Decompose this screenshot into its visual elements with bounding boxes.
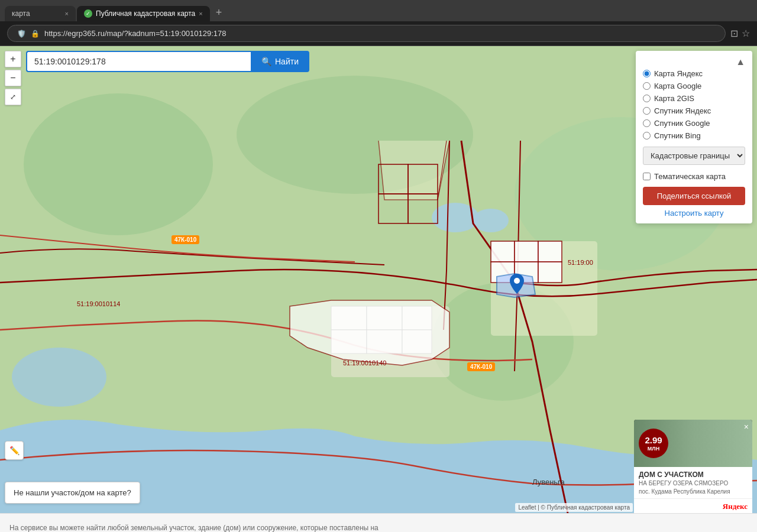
radio-yandex-map[interactable] — [643, 70, 651, 77]
bottom-bar-text: На сервисе вы можете найти любой земельн… — [9, 524, 378, 532]
expand-button[interactable]: ⤢ — [5, 89, 21, 105]
tab-1-label: карта — [12, 9, 30, 18]
map-options-header: ▲ — [643, 57, 745, 67]
radio-yandex-sat[interactable] — [643, 107, 651, 115]
label-51-19-0010114: 51:19:0010114 — [77, 300, 120, 307]
svg-rect-16 — [491, 241, 515, 262]
address-bar[interactable]: 🛡️ 🔒 https://egrp365.ru/map/?kadnum=51:1… — [7, 25, 726, 42]
thematic-map-label: Тематическая карта — [654, 172, 726, 181]
layer-yandex-sat-label: Спутник Яндекс — [654, 106, 711, 115]
ad-location: пос. Кудама Республика Карелия — [639, 488, 748, 495]
town-label-luvenga: Лувеньга — [532, 478, 565, 486]
tab-1-close[interactable]: × — [65, 10, 69, 17]
layer-2gis-label: Карта 2GIS — [654, 94, 694, 103]
thematic-map-toggle[interactable]: Тематическая карта — [643, 170, 745, 183]
layer-google-map[interactable]: Карта Google — [643, 80, 745, 92]
svg-rect-9 — [331, 306, 449, 377]
svg-point-26 — [514, 278, 520, 284]
ad-price-badge: 2.99 МЛН — [639, 429, 668, 458]
star-icon[interactable]: ☆ — [742, 28, 750, 39]
layer-google-sat-label: Спутник Google — [654, 119, 710, 128]
tab-1[interactable]: карта × — [5, 6, 76, 21]
radio-google-sat[interactable] — [643, 119, 651, 127]
search-button-label: Найти — [275, 57, 299, 66]
svg-rect-14 — [402, 306, 432, 330]
svg-rect-8 — [491, 241, 597, 336]
road-label-2: 47К-010 — [467, 362, 495, 371]
ad-yandex-brand: Яндекс — [634, 498, 752, 513]
zoom-out-button[interactable]: − — [5, 70, 21, 86]
layer-bing-sat-label: Спутник Bing — [654, 131, 701, 140]
share-button[interactable]: Поделиться ссылкой — [643, 187, 745, 205]
ad-price-value: 2.99 — [645, 435, 662, 446]
browser-tab-bar: карта × ✓ Публичная кадастровая карта × … — [0, 0, 757, 21]
layer-yandex-map[interactable]: Карта Яндекс — [643, 67, 745, 80]
customize-link[interactable]: Настроить карту — [643, 209, 745, 218]
label-51-19-0010140: 51:19:0010140 — [343, 359, 386, 366]
svg-point-5 — [12, 348, 106, 407]
bookmark-icon[interactable]: ⊡ — [730, 28, 738, 39]
svg-rect-21 — [538, 262, 562, 283]
ad-price-unit: МЛН — [648, 446, 659, 452]
svg-point-1 — [24, 93, 213, 235]
search-input[interactable] — [26, 51, 251, 72]
not-found-banner[interactable]: Не нашли участок/дом на карте? — [5, 482, 140, 504]
overlay-dropdown[interactable]: Кадастровые границы Без слоя Тематическа… — [643, 147, 745, 165]
thematic-map-checkbox[interactable] — [643, 173, 651, 180]
label-51-19-00: 51:19:00 — [568, 259, 593, 266]
svg-rect-11 — [367, 306, 402, 330]
map-attribution: Leaflet | © Публичная кадастровая карта — [515, 503, 633, 512]
svg-point-2 — [237, 76, 473, 194]
svg-point-7 — [473, 209, 509, 232]
svg-rect-25 — [408, 194, 438, 223]
map-options-panel: ▲ Карта Яндекс Карта Google Карта 2GIS С… — [636, 51, 752, 223]
svg-rect-22 — [378, 164, 408, 194]
yandex-logo: Яндекс — [723, 502, 748, 511]
tab-2-close[interactable]: × — [199, 10, 202, 17]
layer-yandex-sat[interactable]: Спутник Яндекс — [643, 105, 745, 117]
tab-2-label: Публичная кадастровая карта — [96, 9, 195, 18]
zoom-in-button[interactable]: + — [5, 51, 21, 67]
overlay-select[interactable]: Кадастровые границы Без слоя Тематическа… — [643, 147, 745, 165]
svg-rect-23 — [408, 164, 438, 194]
lock-icon: 🔒 — [31, 30, 40, 38]
map-options-chevron[interactable]: ▲ — [736, 57, 745, 67]
ad-body[interactable]: ДОМ С УЧАСТКОМ НА БЕРЕГУ ОЗЕРА СЯМОЗЕРО … — [634, 467, 752, 498]
address-bar-row: 🛡️ 🔒 https://egrp365.ru/map/?kadnum=51:1… — [0, 21, 757, 46]
map-controls-left: + − ⤢ — [5, 51, 21, 105]
radio-google-map[interactable] — [643, 82, 651, 90]
search-panel: 🔍 Найти — [26, 51, 309, 72]
svg-point-4 — [432, 283, 574, 401]
svg-rect-10 — [331, 306, 367, 330]
ad-panel: × 2.99 МЛН ДОМ С УЧАСТКОМ НА БЕРЕГУ ОЗЕР… — [634, 420, 752, 513]
ad-close-button[interactable]: × — [744, 422, 749, 432]
svg-point-6 — [432, 203, 479, 232]
ad-title: ДОМ С УЧАСТКОМ — [639, 471, 748, 479]
addr-icons: ⊡ ☆ — [730, 28, 750, 39]
layer-google-label: Карта Google — [654, 82, 701, 90]
search-icon: 🔍 — [261, 57, 271, 66]
ad-subtitle: НА БЕРЕГУ ОЗЕРА СЯМОЗЕРО — [639, 480, 748, 486]
layer-google-sat[interactable]: Спутник Google — [643, 117, 745, 129]
svg-rect-17 — [515, 241, 538, 262]
svg-rect-13 — [367, 330, 402, 353]
svg-rect-12 — [331, 330, 367, 353]
new-tab-button[interactable]: + — [211, 4, 227, 21]
map-container[interactable]: + − ⤢ 🔍 Найти ▲ Карта Яндекс Карта Googl… — [0, 46, 757, 513]
tab-2[interactable]: ✓ Публичная кадастровая карта × — [77, 6, 210, 21]
layer-bing-sat[interactable]: Спутник Bing — [643, 129, 745, 142]
url-text: https://egrp365.ru/map/?kadnum=51:19:001… — [44, 29, 716, 38]
layer-2gis-map[interactable]: Карта 2GIS — [643, 92, 745, 105]
svg-rect-18 — [538, 241, 562, 262]
ad-image-area: 2.99 МЛН — [634, 420, 752, 467]
search-button[interactable]: 🔍 Найти — [251, 51, 309, 72]
bottom-bar: На сервисе вы можете найти любой земельн… — [0, 513, 757, 532]
security-icon: 🛡️ — [17, 30, 26, 38]
road-label-1: 47К-010 — [172, 235, 199, 244]
pencil-button[interactable]: ✏️ — [5, 441, 24, 460]
radio-2gis-map[interactable] — [643, 95, 651, 102]
location-pin — [510, 274, 524, 294]
svg-rect-24 — [378, 194, 408, 223]
svg-rect-15 — [402, 330, 432, 353]
radio-bing-sat[interactable] — [643, 132, 651, 140]
